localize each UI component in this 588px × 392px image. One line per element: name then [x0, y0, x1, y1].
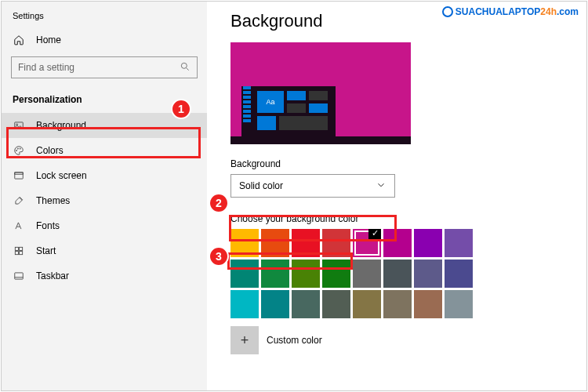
home-label: Home — [36, 34, 61, 45]
sidebar-item-label: Background — [36, 120, 86, 131]
svg-line-1 — [187, 67, 189, 70]
background-dropdown-label: Background — [230, 158, 586, 169]
svg-rect-9 — [15, 247, 18, 250]
svg-point-5 — [17, 148, 18, 149]
plus-icon: + — [241, 332, 249, 349]
svg-point-6 — [20, 148, 20, 149]
lockscreen-icon — [13, 170, 25, 181]
color-swatch[interactable] — [230, 229, 259, 257]
sidebar-item-lockscreen[interactable]: Lock screen — [2, 163, 207, 188]
color-swatch[interactable] — [353, 290, 381, 318]
chevron-down-icon — [376, 180, 387, 193]
sidebar-item-fonts[interactable]: Fonts — [2, 213, 207, 238]
svg-rect-11 — [15, 252, 18, 255]
background-preview: Aa — [230, 42, 411, 144]
color-swatch[interactable] — [292, 229, 320, 257]
svg-rect-7 — [15, 172, 24, 179]
search-placeholder: Find a setting — [18, 62, 74, 73]
color-swatch[interactable] — [383, 260, 412, 288]
background-dropdown[interactable]: Solid color — [230, 174, 395, 198]
gear-icon — [442, 6, 453, 17]
color-swatch[interactable] — [414, 260, 442, 288]
annotation-badge-1: 1 — [171, 99, 191, 119]
svg-point-4 — [16, 150, 17, 151]
sidebar-item-label: Start — [36, 245, 56, 256]
color-swatch[interactable] — [353, 229, 381, 257]
color-swatch[interactable] — [383, 290, 412, 318]
color-swatch[interactable] — [230, 290, 259, 318]
font-icon — [13, 220, 25, 231]
start-icon — [13, 245, 25, 256]
brush-icon — [13, 195, 25, 206]
color-swatch[interactable] — [261, 290, 289, 318]
color-swatch[interactable] — [414, 229, 442, 257]
watermark: SUACHUALAPTOP24h.com — [442, 6, 579, 17]
annotation-badge-3: 3 — [209, 246, 229, 267]
sidebar-item-label: Taskbar — [36, 270, 69, 281]
color-swatch-grid — [230, 229, 481, 318]
color-swatch[interactable] — [445, 290, 473, 318]
sidebar-item-colors[interactable]: Colors — [2, 138, 207, 163]
sidebar-item-themes[interactable]: Themes — [2, 188, 207, 213]
sidebar-item-taskbar[interactable]: Taskbar — [2, 263, 207, 289]
sidebar: Settings Home Find a setting Personaliza… — [2, 2, 207, 390]
home-icon — [13, 34, 25, 45]
svg-point-0 — [181, 63, 187, 68]
choose-color-label: Choose your background color — [230, 213, 586, 224]
taskbar-icon — [13, 270, 25, 281]
color-swatch[interactable] — [261, 260, 289, 288]
search-icon — [180, 61, 191, 74]
custom-color-button[interactable]: + — [230, 326, 259, 354]
sidebar-item-label: Themes — [36, 195, 70, 206]
color-swatch[interactable] — [322, 260, 350, 288]
color-swatch[interactable] — [353, 260, 381, 288]
custom-color-label: Custom color — [267, 335, 322, 346]
color-swatch[interactable] — [230, 260, 259, 288]
svg-rect-10 — [20, 247, 23, 250]
annotation-badge-2: 2 — [209, 193, 229, 213]
svg-rect-13 — [15, 273, 24, 279]
picture-icon — [13, 120, 25, 131]
color-swatch[interactable] — [322, 290, 350, 318]
color-swatch[interactable] — [261, 229, 289, 257]
color-swatch[interactable] — [445, 229, 473, 257]
home-button[interactable]: Home — [2, 28, 207, 52]
color-swatch[interactable] — [445, 260, 473, 288]
color-swatch[interactable] — [292, 260, 320, 288]
dropdown-value: Solid color — [239, 180, 283, 191]
sidebar-item-start[interactable]: Start — [2, 238, 207, 263]
color-swatch[interactable] — [292, 290, 320, 318]
sidebar-item-label: Lock screen — [36, 170, 87, 181]
sidebar-item-label: Colors — [36, 145, 64, 156]
sidebar-item-label: Fonts — [36, 220, 60, 231]
color-swatch[interactable] — [322, 229, 350, 257]
window-title: Settings — [2, 8, 207, 28]
main-content: Background Aa Background Solid color Cho… — [207, 2, 586, 390]
color-swatch[interactable] — [383, 229, 412, 257]
svg-rect-12 — [20, 252, 23, 255]
svg-rect-8 — [15, 172, 24, 174]
preview-tile-aa: Aa — [257, 91, 284, 113]
color-swatch[interactable] — [414, 290, 442, 318]
search-input[interactable]: Find a setting — [11, 56, 198, 78]
palette-icon — [13, 145, 25, 156]
